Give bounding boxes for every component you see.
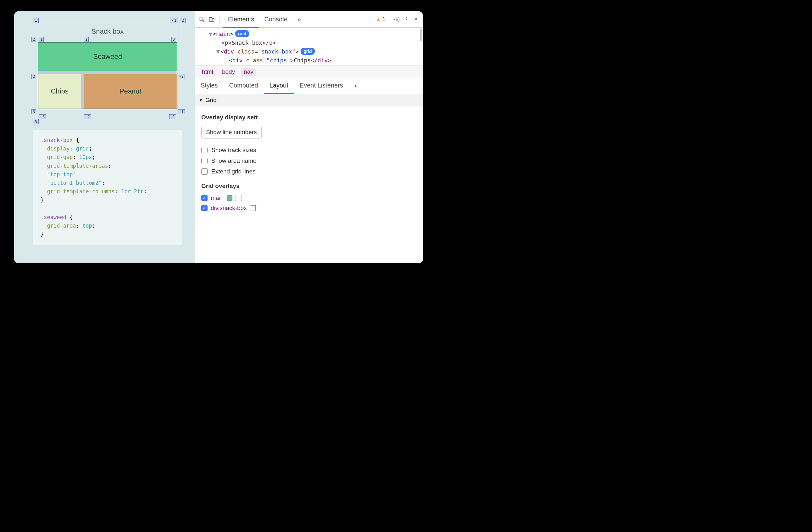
- breadcrumb[interactable]: html body nav: [195, 66, 423, 78]
- show-area-names-checkbox[interactable]: Show area name: [201, 157, 417, 164]
- devtools-panel: Elements Console » ▲1 ⋮ ✕ ▼<main>grid <p…: [195, 11, 423, 263]
- extend-grid-lines-checkbox[interactable]: Extend grid lines: [201, 168, 417, 175]
- svg-rect-2: [212, 18, 214, 21]
- gear-icon[interactable]: [392, 15, 402, 24]
- grid-label: 3: [171, 37, 176, 42]
- grid-label: -2: [178, 74, 185, 79]
- grid-item-chips: Chips: [38, 74, 84, 109]
- chevron-down-icon: ▼: [199, 98, 203, 103]
- grid-label: -2: [84, 114, 91, 119]
- devtools-toolbar: Elements Console » ▲1 ⋮ ✕: [195, 11, 423, 28]
- svg-rect-1: [209, 17, 212, 22]
- grid-label: 3: [33, 119, 39, 124]
- css-code-block: .snack-box { display: grid; grid-gap: 10…: [33, 130, 182, 245]
- grid-label: -1: [178, 109, 185, 114]
- overlay-checkbox[interactable]: ✓: [201, 205, 207, 211]
- page-title: Snack box: [38, 27, 177, 36]
- grid-label: 2: [31, 74, 36, 79]
- tab-console[interactable]: Console: [259, 11, 292, 28]
- devtools-window: 1 -1 2 3 Snack box 2 1 2 3 2 -2 3 -3 -2 …: [14, 11, 423, 263]
- color-swatch[interactable]: [227, 195, 232, 201]
- breadcrumb-item[interactable]: body: [219, 68, 237, 76]
- grid-icon[interactable]: [259, 205, 265, 211]
- page-preview-pane: 1 -1 2 3 Snack box 2 1 2 3 2 -2 3 -3 -2 …: [14, 11, 195, 263]
- sidebar-subtabs: Styles Computed Layout Event Listeners »: [195, 78, 423, 94]
- grid-label: 2: [31, 37, 36, 42]
- line-numbers-dropdown[interactable]: Show line numbers: [201, 126, 262, 139]
- grid-label: -1: [169, 114, 176, 119]
- warnings-badge[interactable]: ▲1: [376, 16, 386, 23]
- dom-tree[interactable]: ▼<main>grid <p>Snack box</p> ▼<div class…: [195, 28, 423, 66]
- breadcrumb-item[interactable]: nav: [241, 68, 256, 76]
- grid-label: -3: [39, 114, 46, 119]
- svg-point-3: [396, 18, 398, 20]
- grid-overlays-heading: Grid overlays: [201, 183, 417, 190]
- subtab-computed[interactable]: Computed: [223, 78, 263, 94]
- layout-body: Overlay display sett Show line numbers S…: [195, 107, 423, 220]
- grid-label: 1: [39, 37, 44, 42]
- grid-label: 3: [31, 109, 36, 114]
- overlay-checkbox[interactable]: ✓: [201, 195, 207, 201]
- breadcrumb-item[interactable]: html: [199, 68, 216, 76]
- overlay-row-main: ✓ main: [201, 195, 417, 201]
- grid-label: 2: [84, 37, 89, 42]
- color-swatch[interactable]: [250, 205, 256, 211]
- grid-item-seaweed: Seaweed: [38, 42, 177, 74]
- close-icon[interactable]: ✕: [411, 15, 420, 24]
- inspect-icon[interactable]: [198, 15, 207, 24]
- tabs-more[interactable]: »: [292, 11, 306, 28]
- subtab-listeners[interactable]: Event Listeners: [294, 78, 349, 94]
- device-toggle-icon[interactable]: [207, 15, 216, 24]
- grid-label: 1: [33, 18, 39, 23]
- kebab-icon[interactable]: ⋮: [402, 15, 411, 24]
- snack-box-grid: 2 1 2 3 2 -2 3 -3 -2 -1 -1 Seaweed Chips…: [38, 42, 177, 109]
- grid-item-peanut: Peanut: [84, 74, 177, 109]
- grid-icon[interactable]: [235, 195, 242, 201]
- grid-label: 2: [180, 18, 186, 23]
- subtabs-more[interactable]: »: [349, 78, 364, 94]
- subtab-layout[interactable]: Layout: [264, 78, 294, 94]
- grid-section-header[interactable]: ▼ Grid: [195, 94, 423, 107]
- main-grid-overlay: 1 -1 2 3 Snack box 2 1 2 3 2 -2 3 -3 -2 …: [33, 18, 182, 114]
- overlay-settings-heading: Overlay display sett: [201, 114, 417, 121]
- subtab-styles[interactable]: Styles: [195, 78, 223, 94]
- show-track-sizes-checkbox[interactable]: Show track sizes: [201, 147, 417, 154]
- tab-elements[interactable]: Elements: [223, 11, 259, 28]
- grid-label: -1: [170, 18, 178, 23]
- overlay-row-snackbox: ✓ div.snack-box: [201, 205, 417, 212]
